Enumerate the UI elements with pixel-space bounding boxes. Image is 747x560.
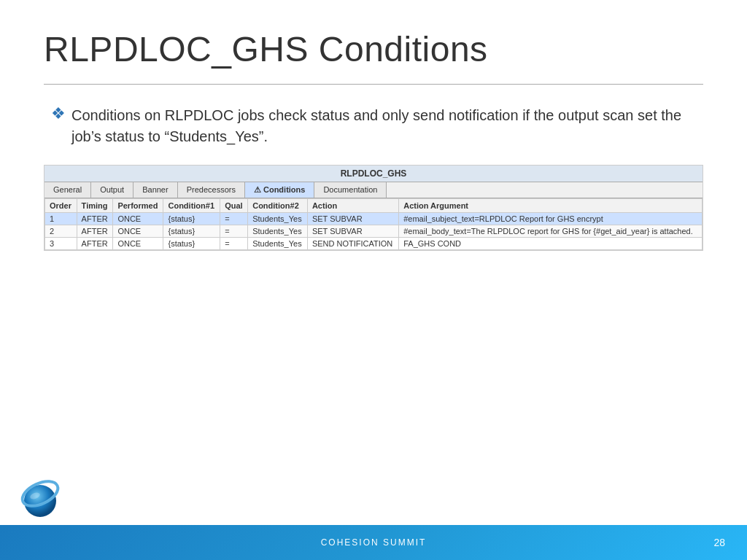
table-cell: SET SUBVAR [307, 213, 398, 225]
table-cell: {status} [163, 213, 220, 225]
table-cell: Students_Yes [248, 225, 308, 238]
table-cell: #email_body_text=The RLPDLOC report for … [399, 225, 703, 238]
table-cell: 3 [45, 238, 77, 250]
table-cell: AFTER [77, 238, 113, 250]
diamond-bullet-icon: ❖ [51, 104, 66, 125]
col-timing: Timing [77, 199, 113, 213]
tab-row: General Output Banner Predecessors ⚠ Con… [44, 182, 703, 198]
table-cell: 2 [45, 225, 77, 238]
tab-documentation[interactable]: Documentation [314, 182, 387, 198]
table-cell: SET SUBVAR [307, 225, 398, 238]
table-title: RLPDLOC_GHS [44, 166, 703, 182]
table-cell: Students_Yes [248, 213, 308, 225]
tab-output[interactable]: Output [91, 182, 133, 198]
table-cell: Students_Yes [248, 238, 308, 250]
table-cell: {status} [163, 238, 220, 250]
divider [44, 84, 703, 85]
table-cell: ONCE [113, 238, 163, 250]
table-header-row: Order Timing Performed Condition#1 Qual … [45, 199, 703, 213]
table-cell: AFTER [77, 225, 113, 238]
table-cell: {status} [163, 225, 220, 238]
col-condition2: Condition#2 [248, 199, 308, 213]
col-performed: Performed [113, 199, 163, 213]
tab-conditions[interactable]: ⚠ Conditions [245, 182, 315, 198]
company-logo [18, 478, 62, 521]
col-action-argument: Action Argument [399, 199, 703, 213]
table-cell: ONCE [113, 225, 163, 238]
table-cell: ONCE [113, 213, 163, 225]
bullet-item: ❖ Conditions on RLPDLOC jobs check statu… [51, 105, 703, 147]
bullet-section: ❖ Conditions on RLPDLOC jobs check statu… [44, 105, 703, 147]
footer: COHESION SUMMIT 28 [0, 525, 747, 560]
slide-container: RLPDLOC_GHS Conditions ❖ Conditions on R… [0, 0, 747, 560]
tab-banner[interactable]: Banner [133, 182, 177, 198]
table-cell: #email_subject_text=RLPDLOC Report for G… [399, 213, 703, 225]
table-row[interactable]: 1AFTERONCE{status}=Students_YesSET SUBVA… [45, 213, 703, 225]
footer-page: 28 [713, 537, 725, 548]
table-row[interactable]: 3AFTERONCE{status}=Students_YesSEND NOTI… [45, 238, 703, 250]
col-order: Order [45, 199, 77, 213]
col-condition1: Condition#1 [163, 199, 220, 213]
tab-general[interactable]: General [44, 182, 91, 198]
table-cell: = [220, 213, 248, 225]
bullet-text: Conditions on RLPDLOC jobs check status … [71, 105, 703, 147]
slide-title: RLPDLOC_GHS Conditions [44, 29, 703, 69]
table-cell: = [220, 225, 248, 238]
table-cell: SEND NOTIFICATION [307, 238, 398, 250]
table-row[interactable]: 2AFTERONCE{status}=Students_YesSET SUBVA… [45, 225, 703, 238]
table-cell: AFTER [77, 213, 113, 225]
col-qual: Qual [220, 199, 248, 213]
data-table: Order Timing Performed Condition#1 Qual … [44, 198, 703, 250]
logo-area [15, 474, 66, 525]
main-content: RLPDLOC_GHS Conditions ❖ Conditions on R… [0, 0, 747, 525]
tab-predecessors[interactable]: Predecessors [178, 182, 245, 198]
table-cell: = [220, 238, 248, 250]
table-cell: 1 [45, 213, 77, 225]
col-action: Action [307, 199, 398, 213]
table-cell: FA_GHS COND [399, 238, 703, 250]
table-wrapper: RLPDLOC_GHS General Output Banner Predec… [44, 165, 703, 251]
footer-conference: COHESION SUMMIT [321, 537, 427, 548]
